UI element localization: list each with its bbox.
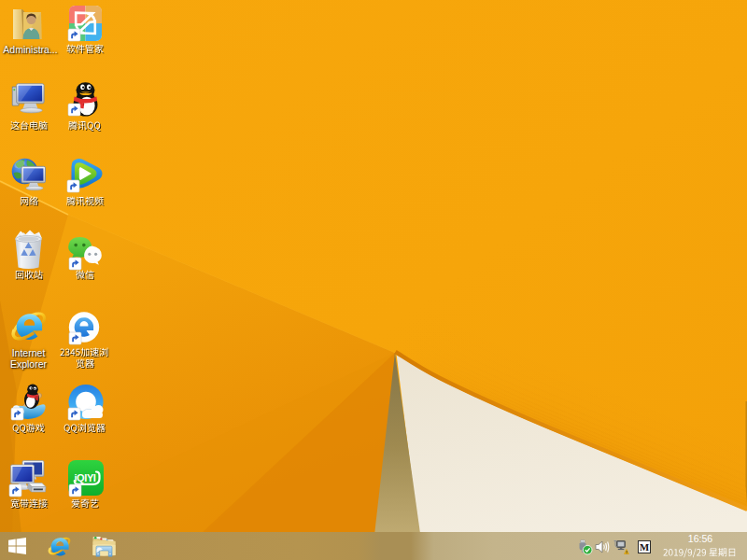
svg-text:iQIYI: iQIYI (74, 472, 95, 483)
svg-text:M: M (640, 541, 649, 553)
